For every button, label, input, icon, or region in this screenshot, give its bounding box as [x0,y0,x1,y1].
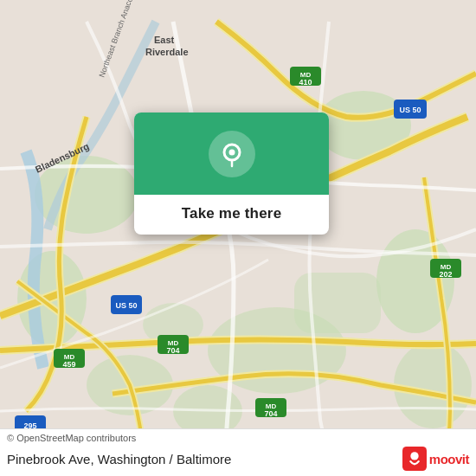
map-background: US 50 MD 410 US 50 MD 704 MD 704 MD 704 … [0,0,476,476]
popup-body: Take me there [134,195,329,235]
svg-text:459: 459 [62,360,75,369]
take-me-there-button[interactable]: Take me there [182,205,282,222]
svg-rect-9 [294,273,381,333]
popup-card: Take me there [134,113,329,235]
moovit-logo: moovit [402,447,469,471]
bottom-bar: © OpenStreetMap contributors Pinebrook A… [0,428,476,476]
svg-text:410: 410 [299,78,312,87]
moovit-brand-icon [402,447,427,471]
moovit-label: moovit [429,452,469,466]
address-row: Pinebrook Ave, Washington / Baltimore mo… [0,445,476,476]
svg-text:202: 202 [439,270,452,279]
svg-text:Riverdale: Riverdale [145,47,189,57]
popup-header [134,113,329,195]
svg-text:East: East [154,35,175,45]
svg-text:704: 704 [166,346,179,355]
svg-point-8 [394,342,472,428]
location-pin-icon [218,140,246,168]
svg-text:US 50: US 50 [399,106,421,114]
svg-text:US 50: US 50 [115,301,137,310]
copyright-row: © OpenStreetMap contributors [0,429,476,445]
location-icon-wrapper [209,131,255,177]
copyright-text: © OpenStreetMap contributors [7,433,136,443]
map-container[interactable]: US 50 MD 410 US 50 MD 704 MD 704 MD 704 … [0,0,476,476]
svg-point-42 [410,452,418,460]
address-text: Pinebrook Ave, Washington / Baltimore [7,452,231,466]
svg-text:704: 704 [264,409,277,418]
svg-point-40 [228,149,235,155]
